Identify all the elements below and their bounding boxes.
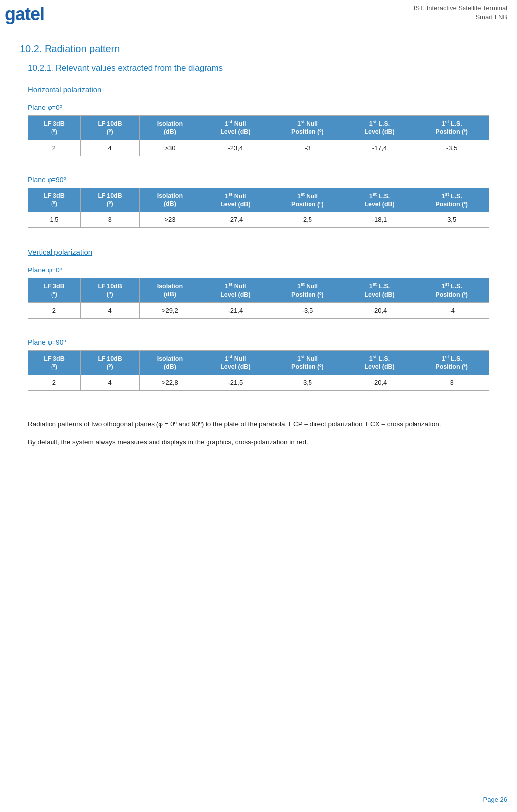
page-number: Page 26 <box>483 796 507 803</box>
td-isolation-vp0: >29,2 <box>140 302 201 318</box>
td-ls-level-hp90: -18,1 <box>345 212 414 228</box>
td-null-pos-hp90: 2,5 <box>270 212 345 228</box>
th-null-pos-vp0: 1st NullPosition (º) <box>270 278 345 303</box>
body-text-2: By default, the system always measures a… <box>28 437 489 448</box>
td-null-pos-hp0: -3 <box>270 140 345 156</box>
h-plane-0-table: LF 3dB(º) LF 10dB(º) Isolation(dB) 1st N… <box>28 115 489 156</box>
th-isolation-vp0: Isolation(dB) <box>140 278 201 303</box>
td-null-level-hp0: -23,4 <box>201 140 270 156</box>
td-lf10db-hp0: 4 <box>80 140 139 156</box>
th-lf10db-vp90: LF 10dB(º) <box>80 350 139 375</box>
td-ls-level-vp0: -20,4 <box>345 302 414 318</box>
th-null-pos-vp90: 1st NullPosition (º) <box>270 350 345 375</box>
th-ls-pos-hp90: 1st L.S.Position (º) <box>414 188 489 212</box>
th-lf10db-hp90: LF 10dB(º) <box>80 188 139 212</box>
td-ls-pos-hp0: -3,5 <box>414 140 489 156</box>
vertical-polarization-title: Vertical polarization <box>28 248 497 256</box>
table-row: 2 4 >22,8 -21,5 3,5 -20,4 3 <box>28 375 489 390</box>
td-isolation-vp90: >22,8 <box>140 375 201 390</box>
table-row: 2 4 >30 -23,4 -3 -17,4 -3,5 <box>28 140 489 156</box>
th-ls-level-vp90: 1st L.S.Level (dB) <box>345 350 414 375</box>
page-footer: Page 26 <box>483 796 507 803</box>
table-row: 2 4 >29,2 -21,4 -3,5 -20,4 -4 <box>28 302 489 318</box>
header-title-line2: Smart LNB <box>414 13 507 22</box>
th-ls-pos-hp0: 1st L.S.Position (º) <box>414 116 489 140</box>
page-header: gatel IST. Interactive Satellite Termina… <box>0 0 517 29</box>
v-plane-0-table-wrapper: LF 3dB(º) LF 10dB(º) Isolation(dB) 1st N… <box>28 278 489 319</box>
td-ls-level-vp90: -20,4 <box>345 375 414 390</box>
h-plane-0-table-wrapper: LF 3dB(º) LF 10dB(º) Isolation(dB) 1st N… <box>28 115 489 156</box>
td-isolation-hp90: >23 <box>140 212 201 228</box>
th-ls-pos-vp90: 1st L.S.Position (º) <box>414 350 489 375</box>
td-lf3db-vp90: 2 <box>28 375 81 390</box>
v-plane-90-label: Plane φ=90º <box>28 338 497 346</box>
v-plane-0-table: LF 3dB(º) LF 10dB(º) Isolation(dB) 1st N… <box>28 278 489 319</box>
header-title-line1: IST. Interactive Satellite Terminal <box>414 4 507 13</box>
body-text-1: Radiation patterns of two othogonal plan… <box>28 419 489 430</box>
th-lf10db-vp0: LF 10dB(º) <box>80 278 139 303</box>
td-lf10db-hp90: 3 <box>80 212 139 228</box>
h-plane-0-label: Plane φ=0º <box>28 104 497 111</box>
v-plane-0-label: Plane φ=0º <box>28 266 497 274</box>
table-row: 1,5 3 >23 -27,4 2,5 -18,1 3,5 <box>28 212 489 228</box>
h-plane-90-table: LF 3dB(º) LF 10dB(º) Isolation(dB) 1st N… <box>28 188 489 228</box>
logo: gatel <box>5 4 44 25</box>
th-ls-level-hp90: 1st L.S.Level (dB) <box>345 188 414 212</box>
td-ls-pos-vp0: -4 <box>414 302 489 318</box>
main-content: 10.2. Radiation pattern 10.2.1. Relevant… <box>0 29 517 484</box>
td-null-pos-vp90: 3,5 <box>270 375 345 390</box>
td-null-level-hp90: -27,4 <box>201 212 270 228</box>
th-ls-pos-vp0: 1st L.S.Position (º) <box>414 278 489 303</box>
th-isolation-hp0: Isolation(dB) <box>140 116 201 140</box>
v-plane-90-table: LF 3dB(º) LF 10dB(º) Isolation(dB) 1st N… <box>28 350 489 391</box>
td-ls-level-hp0: -17,4 <box>345 140 414 156</box>
th-ls-level-vp0: 1st L.S.Level (dB) <box>345 278 414 303</box>
td-lf10db-vp0: 4 <box>80 302 139 318</box>
th-null-level-vp0: 1st NullLevel (dB) <box>201 278 270 303</box>
th-null-level-vp90: 1st NullLevel (dB) <box>201 350 270 375</box>
td-ls-pos-hp90: 3,5 <box>414 212 489 228</box>
th-ls-level-hp0: 1st L.S.Level (dB) <box>345 116 414 140</box>
td-lf3db-hp0: 2 <box>28 140 81 156</box>
v-plane-90-table-wrapper: LF 3dB(º) LF 10dB(º) Isolation(dB) 1st N… <box>28 350 489 391</box>
th-null-level-hp0: 1st NullLevel (dB) <box>201 116 270 140</box>
th-isolation-vp90: Isolation(dB) <box>140 350 201 375</box>
td-lf3db-vp0: 2 <box>28 302 81 318</box>
th-null-pos-hp0: 1st NullPosition (º) <box>270 116 345 140</box>
td-ls-pos-vp90: 3 <box>414 375 489 390</box>
th-lf3db-vp0: LF 3dB(º) <box>28 278 81 303</box>
th-isolation-hp90: Isolation(dB) <box>140 188 201 212</box>
th-null-level-hp90: 1st NullLevel (dB) <box>201 188 270 212</box>
h-plane-90-label: Plane φ=90º <box>28 176 497 184</box>
td-isolation-hp0: >30 <box>140 140 201 156</box>
th-lf3db-hp90: LF 3dB(º) <box>28 188 81 212</box>
h-plane-90-table-wrapper: LF 3dB(º) LF 10dB(º) Isolation(dB) 1st N… <box>28 188 489 228</box>
section-title: 10.2. Radiation pattern <box>20 43 497 54</box>
th-lf3db-hp0: LF 3dB(º) <box>28 116 81 140</box>
td-null-pos-vp0: -3,5 <box>270 302 345 318</box>
th-null-pos-hp90: 1st NullPosition (º) <box>270 188 345 212</box>
td-lf10db-vp90: 4 <box>80 375 139 390</box>
header-right: IST. Interactive Satellite Terminal Smar… <box>414 4 507 22</box>
td-null-level-vp0: -21,4 <box>201 302 270 318</box>
th-lf10db-hp0: LF 10dB(º) <box>80 116 139 140</box>
th-lf3db-vp90: LF 3dB(º) <box>28 350 81 375</box>
td-lf3db-hp90: 1,5 <box>28 212 81 228</box>
td-null-level-vp90: -21,5 <box>201 375 270 390</box>
subsection-title: 10.2.1. Relevant values extracted from t… <box>28 63 497 73</box>
horizontal-polarization-title: Horizontal polarization <box>28 85 497 94</box>
